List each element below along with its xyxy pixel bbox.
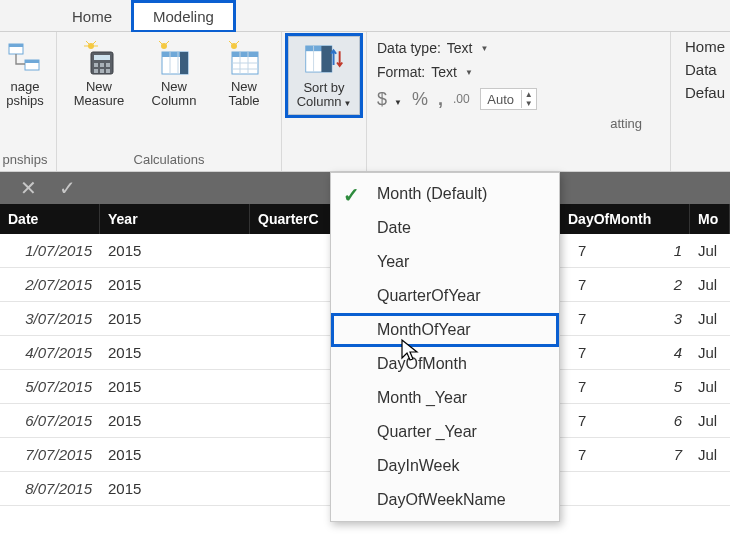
relationships-icon (5, 38, 45, 78)
sort-menu-item[interactable]: QuarterOfYear (331, 279, 559, 313)
cell-dayn: 7 (570, 344, 590, 361)
cell-daym: 4 (590, 344, 690, 361)
cell-daym: 2 (590, 276, 690, 293)
cell-date: 7/07/2015 (0, 446, 100, 463)
chevron-down-icon: ▼ (343, 99, 351, 108)
new-column-button[interactable]: New Column (143, 36, 205, 109)
svg-rect-22 (180, 52, 188, 74)
sort-menu-item[interactable]: Month _Year (331, 381, 559, 415)
cell-dayn: 7 (570, 412, 590, 429)
sort-by-column-menu: ✓Month (Default)DateYearQuarterOfYearMon… (330, 172, 560, 522)
cell-dayn: 7 (570, 446, 590, 463)
group-calculations: New Measure New Column (57, 32, 282, 171)
datatype-label: Data type: (377, 40, 441, 56)
group-sort-label (288, 150, 360, 171)
cell-year: 2015 (100, 378, 250, 395)
cell-daym: 5 (590, 378, 690, 395)
svg-rect-12 (100, 63, 104, 67)
sort-menu-item[interactable]: MonthOfYear (331, 313, 559, 347)
cell-date: 3/07/2015 (0, 310, 100, 327)
svg-rect-16 (106, 69, 110, 73)
manage-relationships-label: nage pships (6, 80, 44, 109)
cell-date: 5/07/2015 (0, 378, 100, 395)
cell-year: 2015 (100, 412, 250, 429)
cell-daym: 3 (590, 310, 690, 327)
svg-rect-3 (25, 60, 39, 63)
cell-mon: Jul (690, 242, 730, 259)
thousands-button[interactable]: , (438, 89, 443, 110)
cell-daym: 7 (590, 446, 690, 463)
sort-menu-item[interactable]: Quarter _Year (331, 415, 559, 449)
measure-icon (79, 38, 119, 78)
percent-button[interactable]: % (412, 89, 428, 110)
cell-year: 2015 (100, 310, 250, 327)
sort-by-column-icon (304, 39, 344, 79)
new-column-label: New Column (152, 80, 197, 109)
sort-by-column-button[interactable]: Sort by Column▼ (288, 36, 360, 115)
cell-dayn: 7 (570, 310, 590, 327)
new-measure-button[interactable]: New Measure (63, 36, 135, 109)
svg-rect-14 (94, 69, 98, 73)
new-column-icon (154, 38, 194, 78)
sort-menu-item[interactable]: Date (331, 211, 559, 245)
sort-menu-item[interactable]: ✓Month (Default) (331, 177, 559, 211)
cell-mon: Jul (690, 446, 730, 463)
sort-menu-item[interactable]: DayInWeek (331, 449, 559, 483)
datatype-dropdown[interactable]: Data type: Text ▼ (377, 38, 662, 58)
cell-mon: Jul (690, 276, 730, 293)
new-table-button[interactable]: New Table (213, 36, 275, 109)
cell-mon: Jul (690, 412, 730, 429)
new-table-icon (224, 38, 264, 78)
sort-menu-item[interactable]: DayOfMonth (331, 347, 559, 381)
sort-by-column-label: Sort by Column▼ (297, 81, 352, 110)
data-category-label: Data (685, 61, 722, 78)
format-value: Text (431, 64, 457, 80)
cell-year: 2015 (100, 242, 250, 259)
svg-rect-11 (94, 63, 98, 67)
cancel-formula-icon[interactable]: ✕ (20, 176, 37, 200)
chevron-down-icon: ▼ (465, 68, 473, 77)
cell-date: 4/07/2015 (0, 344, 100, 361)
cell-date: 2/07/2015 (0, 276, 100, 293)
currency-button[interactable]: $ ▼ (377, 89, 402, 110)
tab-home[interactable]: Home (52, 2, 132, 31)
cell-mon: Jul (690, 310, 730, 327)
format-dropdown[interactable]: Format: Text ▼ (377, 62, 662, 82)
ribbon-tabstrip: Home Modeling (0, 0, 730, 32)
new-table-label: New Table (228, 80, 259, 109)
col-date[interactable]: Date (0, 204, 100, 234)
cell-date: 1/07/2015 (0, 242, 100, 259)
group-properties: Home Data Defau (670, 32, 730, 171)
col-month[interactable]: Mo (690, 204, 730, 234)
col-dayofmonth[interactable]: DayOfMonth (560, 204, 690, 234)
new-measure-label: New Measure (74, 80, 125, 109)
cell-daym: 6 (590, 412, 690, 429)
group-calculations-label: Calculations (63, 150, 275, 171)
cell-year: 2015 (100, 480, 250, 497)
svg-rect-15 (100, 69, 104, 73)
format-label: Format: (377, 64, 425, 80)
datatype-value: Text (447, 40, 473, 56)
default-summ-label: Defau (685, 84, 722, 101)
sort-menu-item[interactable]: Year (331, 245, 559, 279)
decimals-spinner[interactable]: Auto ▲▼ (480, 88, 537, 110)
chevron-down-icon: ▼ (394, 98, 402, 107)
svg-rect-13 (106, 63, 110, 67)
group-formatting-label: atting (377, 114, 662, 135)
cell-year: 2015 (100, 344, 250, 361)
check-icon: ✓ (343, 183, 360, 207)
tab-modeling[interactable]: Modeling (132, 1, 235, 32)
svg-rect-1 (9, 44, 23, 47)
sort-menu-item[interactable]: DayOfWeekName (331, 483, 559, 517)
cell-dayn: 7 (570, 276, 590, 293)
manage-relationships-button[interactable]: nage pships (0, 36, 50, 109)
commit-formula-icon[interactable]: ✓ (59, 176, 76, 200)
cell-year: 2015 (100, 276, 250, 293)
group-relationships: nage pships pnships (0, 32, 57, 171)
group-relationships-label: pnships (0, 150, 50, 171)
group-sort: Sort by Column▼ (282, 32, 367, 171)
col-year[interactable]: Year (100, 204, 250, 234)
spinner-arrows[interactable]: ▲▼ (521, 90, 536, 108)
cell-dayn: 7 (570, 242, 590, 259)
cell-date: 8/07/2015 (0, 480, 100, 497)
